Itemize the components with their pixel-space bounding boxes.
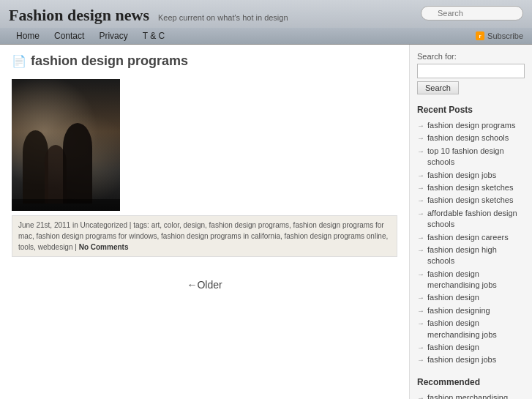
arrow-icon: → [417, 209, 424, 219]
header-title-row: Fashion design news Keep current on what… [9, 6, 288, 25]
recent-post-link[interactable]: fashion design programs [427, 120, 515, 131]
recent-post-item: →top 10 fashion design schools [417, 145, 525, 169]
recent-post-link[interactable]: fashion design [427, 292, 479, 303]
recent-post-item: →fashion design sketches [417, 194, 525, 206]
recent-post-link[interactable]: fashion design merchandising jobs [427, 318, 525, 340]
recent-post-item: →fashion design high schools [417, 244, 525, 268]
header-left: Fashion design news Keep current on what… [9, 6, 288, 25]
site-title: Fashion design news [9, 6, 149, 25]
arrow-icon: → [417, 171, 424, 181]
recent-post-item: →fashion design merchandising jobs [417, 317, 525, 341]
sidebar-search-label: Search for: [417, 52, 525, 61]
figure3 [63, 123, 92, 204]
sidebar-search-section: Search for: Search [417, 52, 525, 94]
recommended-item: →fashion merchandising online [417, 392, 525, 399]
recent-post-item: →fashion design [417, 341, 525, 354]
recent-post-link[interactable]: fashion design high schools [427, 245, 525, 267]
sidebar-search-input[interactable] [417, 64, 525, 78]
article-comments[interactable]: No Comments [79, 243, 129, 251]
recent-post-link[interactable]: fashion design merchandising jobs [427, 269, 525, 291]
recent-post-link[interactable]: fashion design sketches [427, 195, 513, 206]
recent-post-link[interactable]: fashion design [427, 342, 479, 353]
recommended-link[interactable]: fashion merchandising online [427, 392, 525, 399]
nav-contact[interactable]: Contact [47, 28, 91, 44]
arrow-icon: → [417, 121, 424, 131]
recent-post-item: →fashion design merchandising jobs [417, 268, 525, 292]
recent-posts-list: →fashion design programs→fashion design … [417, 119, 525, 367]
nav-tandc[interactable]: T & C [135, 28, 172, 44]
recent-posts-section: Recent Posts →fashion design programs→fa… [417, 105, 525, 367]
rss-icon: r [476, 31, 484, 40]
recent-post-item: →fashion design careers [417, 231, 525, 244]
article-image-inner [12, 79, 120, 211]
article-tags-sep: | tags: [130, 221, 151, 229]
arrow-icon: → [417, 318, 424, 329]
recent-post-item: →fashion design jobs [417, 354, 525, 366]
nav-row: Home Contact Privacy T & C r Subscribe [0, 28, 532, 45]
arrow-icon: → [417, 343, 424, 353]
recommended-heading: Recommended [417, 377, 525, 387]
arrow-icon: → [417, 269, 424, 280]
recent-posts-heading: Recent Posts [417, 105, 525, 115]
recent-post-item: →affordable fashion design schools [417, 207, 525, 231]
arrow-icon: → [417, 245, 424, 256]
nav-links: Home Contact Privacy T & C [9, 28, 172, 44]
article-category[interactable]: Uncategorized [80, 221, 127, 229]
arrow-icon: → [417, 183, 424, 193]
main-content: 📄 fashion design programs June 21st, 201… [0, 45, 409, 399]
recent-post-link[interactable]: fashion design jobs [427, 354, 496, 365]
site-header: Fashion design news Keep current on what… [0, 0, 532, 28]
recent-post-item: →fashion design schools [417, 132, 525, 144]
recent-post-item: →fashion design sketches [417, 182, 525, 194]
recent-post-link[interactable]: fashion designing [427, 305, 490, 316]
older-button[interactable]: ←Older [12, 275, 397, 295]
arrow-icon: → [417, 195, 424, 206]
sidebar: Search for: Search Recent Posts →fashion… [409, 45, 532, 399]
recent-post-item: →fashion design jobs [417, 169, 525, 182]
recent-post-item: →fashion designing [417, 305, 525, 317]
header-search-wrapper: 🔍 [421, 6, 523, 20]
image-caption-bar [12, 199, 120, 211]
recent-post-link[interactable]: top 10 fashion design schools [427, 146, 525, 168]
recommended-section: Recommended →fashion merchandising onlin… [417, 377, 525, 399]
page-heading-text: fashion design programs [31, 53, 188, 69]
recent-post-item: →fashion design programs [417, 119, 525, 132]
recent-post-link[interactable]: fashion design sketches [427, 182, 513, 193]
article-in: in [72, 221, 80, 229]
recent-post-link[interactable]: fashion design jobs [427, 170, 496, 181]
article-meta: June 21st, 2011 in Uncategorized | tags:… [12, 215, 397, 257]
sidebar-search-button[interactable]: Search [417, 81, 459, 94]
recent-post-link[interactable]: affordable fashion design schools [427, 208, 525, 231]
arrow-icon: → [417, 306, 424, 316]
page-heading: 📄 fashion design programs [12, 53, 397, 69]
header-search-input[interactable] [421, 6, 523, 20]
recent-post-link[interactable]: fashion design schools [427, 133, 509, 143]
recommended-list: →fashion merchandising online [417, 392, 525, 399]
arrow-icon: → [417, 233, 424, 243]
site-tagline: Keep current on what's hot in design [158, 13, 288, 22]
nav-privacy[interactable]: Privacy [91, 28, 135, 44]
article-image [12, 79, 120, 211]
subscribe-label: Subscribe [487, 31, 523, 40]
recent-post-item: →fashion design [417, 291, 525, 304]
arrow-icon: → [417, 293, 424, 303]
arrow-icon: → [417, 393, 424, 399]
arrow-icon: → [417, 355, 424, 365]
subscribe-button[interactable]: r Subscribe [476, 29, 523, 43]
page-icon: 📄 [12, 54, 26, 68]
article-date: June 21st, 2011 [18, 221, 70, 229]
arrow-icon: → [417, 146, 424, 157]
content-area: 📄 fashion design programs June 21st, 201… [0, 45, 532, 399]
nav-home[interactable]: Home [9, 28, 47, 44]
arrow-icon: → [417, 133, 424, 143]
recent-post-link[interactable]: fashion design careers [427, 232, 509, 243]
